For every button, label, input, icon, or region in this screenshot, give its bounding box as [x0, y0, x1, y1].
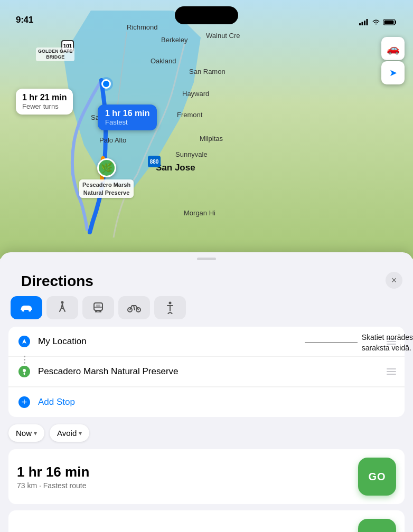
route-time-1: 1 hr 16 min [17, 464, 89, 480]
now-chevron: ▾ [34, 430, 37, 437]
drive-mode-control[interactable]: 🚗 [381, 37, 405, 60]
alt-route-label: Fewer turns [22, 102, 67, 110]
tab-walk[interactable] [46, 296, 78, 319]
route-info-1: 1 hr 16 min 73 km · Fastest route [17, 464, 89, 490]
avoid-option[interactable]: Avoid ▾ [50, 424, 89, 442]
destination-pin-icon: 🌿 [97, 158, 116, 177]
location-row-addstop[interactable]: + Add Stop [8, 387, 405, 417]
transport-tabs [0, 296, 413, 327]
route-bubble-main[interactable]: 1 hr 16 min Fastest [98, 104, 157, 130]
sheet-title: Directions [11, 264, 104, 296]
highway-880-shield: 880 [148, 156, 161, 167]
map-label-sunnyvale: Sunnyvale [175, 150, 208, 158]
svg-rect-2 [364, 21, 365, 25]
destination-icon [17, 364, 32, 379]
svg-point-6 [22, 310, 24, 312]
ggb-label: GOLDEN GATEBRIDGE [36, 48, 74, 61]
reorder-destination[interactable] [387, 368, 396, 375]
signal-icon [359, 19, 369, 25]
origin-location-dot [101, 79, 111, 89]
bottom-sheet: Directions × [0, 252, 413, 532]
svg-rect-3 [367, 19, 368, 25]
map-controls: 🚗 ➤ [381, 37, 405, 84]
close-button[interactable]: × [386, 272, 402, 289]
go-button-2[interactable]: GO [358, 519, 396, 532]
route-time-2: 1 hr 21 min [17, 530, 89, 533]
add-circle-icon: + [18, 396, 30, 408]
now-option[interactable]: Now ▾ [8, 424, 44, 442]
map-view[interactable]: Richmond Berkeley Walnut Cre Oakland San… [0, 0, 413, 259]
location-row-destination[interactable]: Pescadero Marsh Natural Preserve [8, 357, 405, 387]
status-icons [359, 19, 397, 25]
route-bubble-alternate[interactable]: 1 hr 21 min Fewer turns [16, 89, 73, 115]
destination-pin: 🌿 Pescadero MarshNatural Preserve [79, 158, 134, 198]
alt-route-time: 1 hr 21 min [22, 93, 67, 102]
status-time: 9:41 [16, 15, 33, 25]
destination-text: Pescadero Marsh Natural Preserve [38, 366, 380, 377]
location-arrow-icon [18, 336, 30, 347]
main-route-time: 1 hr 16 min [105, 109, 149, 118]
map-label-walnut: Walnut Cre [206, 32, 240, 40]
go-button-1[interactable]: GO [358, 458, 396, 496]
map-label-sanjose: San Jose [156, 163, 195, 173]
dynamic-island [175, 6, 238, 24]
tab-accessibility[interactable] [154, 296, 186, 319]
svg-point-15 [169, 302, 172, 305]
addstop-text: Add Stop [38, 397, 396, 407]
destination-pin-label: Pescadero MarshNatural Preserve [79, 179, 134, 198]
location-control[interactable]: ➤ [381, 61, 405, 84]
svg-rect-12 [96, 305, 100, 307]
options-row: Now ▾ Avoid ▾ [0, 417, 413, 449]
svg-point-7 [29, 310, 31, 312]
addstop-icon: + [17, 395, 32, 410]
origin-icon [17, 334, 32, 349]
avoid-label: Avoid [57, 429, 77, 438]
tab-cycle[interactable] [118, 296, 150, 319]
main-route-label: Fastest [105, 118, 149, 126]
tab-transit[interactable] [82, 296, 114, 319]
route-detail-1: 73 km · Fastest route [17, 481, 89, 490]
annotation-text: Skatiet norādessaraksta veidā. [362, 332, 413, 353]
route-result-2[interactable]: 1 hr 21 min GO [8, 510, 405, 532]
avoid-chevron: ▾ [79, 430, 82, 437]
svg-rect-1 [362, 22, 363, 26]
svg-point-8 [61, 301, 64, 304]
route-result-1[interactable]: 1 hr 16 min 73 km · Fastest route GO [8, 449, 405, 504]
tab-drive[interactable] [11, 296, 42, 319]
svg-point-16 [23, 369, 26, 372]
svg-rect-5 [384, 21, 394, 24]
battery-icon [383, 19, 397, 25]
wifi-icon [372, 19, 380, 25]
dest-arrow-icon [18, 366, 30, 377]
annotation-line [305, 343, 358, 343]
annotation: Skatiet norādessaraksta veidā. [305, 332, 413, 353]
map-labels: Richmond Berkeley Walnut Cre Oakland San… [0, 0, 413, 259]
route-info-2: 1 hr 21 min [17, 530, 89, 533]
map-label-milpitas: Milpitas [200, 135, 223, 142]
svg-rect-0 [359, 23, 361, 25]
map-label-morganhill: Morgan Hi [184, 209, 215, 217]
now-label: Now [16, 429, 32, 438]
